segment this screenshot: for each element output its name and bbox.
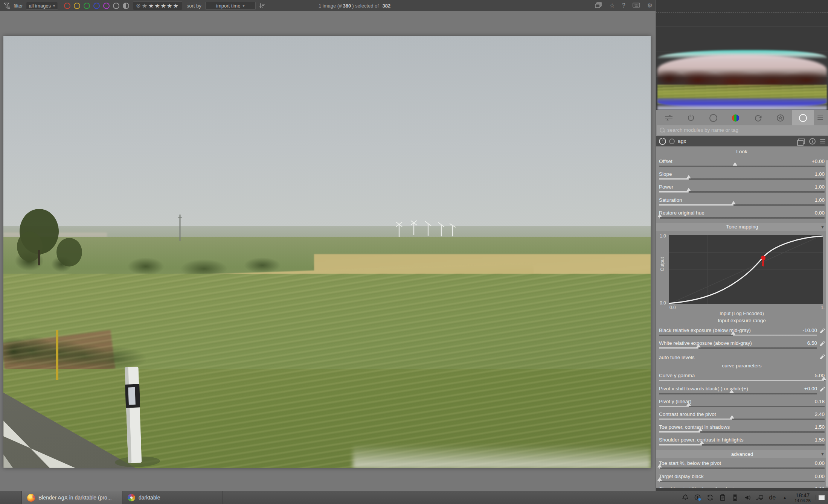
graph-ylabel: Output xyxy=(660,257,665,271)
system-tray: de ▲ 18:47 14.04.25 xyxy=(680,491,828,504)
tone-curve-graph[interactable]: Output 1.0 0.0 0.0 1. Input (Log Encoded… xyxy=(659,233,825,317)
clipboard-icon[interactable] xyxy=(718,494,727,501)
show-desktop-button[interactable] xyxy=(816,495,827,500)
curve-pivot-marker xyxy=(761,256,765,260)
task-darktable[interactable]: darktable xyxy=(122,491,223,504)
chevron-down-icon: ▾ xyxy=(53,4,55,8)
volume-icon[interactable] xyxy=(743,494,752,501)
module-power-icon[interactable] xyxy=(659,138,666,145)
removable-media-icon[interactable] xyxy=(730,494,740,501)
section-curve-parameters: curve parameters xyxy=(659,363,825,370)
slider-slope[interactable]: Slope1.00 xyxy=(659,171,825,180)
waveform-trace xyxy=(657,50,827,110)
color-label-red[interactable] xyxy=(64,3,70,9)
section-advanced[interactable]: advanced ▼ xyxy=(656,450,828,458)
collection-filter-dropdown[interactable]: all images ▾ xyxy=(26,2,58,10)
slider-black-relative-exposure[interactable]: Black relative exposure (below mid-gray)… xyxy=(659,327,825,336)
slider-target-display-black[interactable]: Target display black0.00 xyxy=(659,474,825,482)
darktable-window: filter all images ▾ ⊗ ★ ★★★★★ sort by im… xyxy=(0,0,828,504)
collapse-arrow-icon: ▼ xyxy=(820,225,825,229)
slider-power[interactable]: Power1.00 xyxy=(659,184,825,193)
keyboard-layout-indicator[interactable]: de xyxy=(767,494,777,501)
module-group-tabs xyxy=(656,110,828,125)
right-panel: search modules by name or tag agx Look O… xyxy=(656,0,828,491)
multi-instance-icon[interactable] xyxy=(798,139,805,144)
color-picker-icon[interactable] xyxy=(820,354,825,361)
color-label-blue[interactable] xyxy=(93,3,100,9)
color-picker-icon[interactable] xyxy=(820,328,825,335)
slider-contrast-around-pivot[interactable]: Contrast around the pivot2.40 xyxy=(659,411,825,420)
clock[interactable]: 18:47 14.04.25 xyxy=(792,492,813,503)
sort-direction-icon[interactable] xyxy=(259,3,265,9)
selection-status: 1 image (#380) selected of 382 xyxy=(319,0,390,11)
stars-range[interactable]: ★★★★★ xyxy=(148,2,179,9)
color-picker-icon[interactable] xyxy=(820,386,825,393)
panel-scrollbar[interactable] xyxy=(826,160,828,487)
module-header-agx[interactable]: agx xyxy=(656,136,828,146)
taskbar: Blender AgX in darktable (pro... darktab… xyxy=(0,491,828,504)
slider-toe-start[interactable]: Toe start %, below the pivot0.00 xyxy=(659,460,825,469)
photo-details xyxy=(3,36,651,468)
tab-color-group[interactable] xyxy=(724,110,747,125)
panels-layout-icon[interactable] xyxy=(595,2,602,9)
auto-tune-levels-button[interactable]: auto tune levels xyxy=(659,353,825,361)
color-label-gray[interactable] xyxy=(113,3,119,9)
tab-basic-group[interactable] xyxy=(702,110,724,125)
tab-effects-group[interactable] xyxy=(769,110,791,125)
slider-pivot-x-shift[interactable]: Pivot x shift towards black(-) or white(… xyxy=(659,386,825,394)
color-label-green[interactable] xyxy=(84,3,90,9)
color-label-filters xyxy=(64,3,129,9)
software-update-icon[interactable] xyxy=(693,494,703,501)
clock-date: 14.04.25 xyxy=(794,498,811,503)
slider-offset[interactable]: Offset+0.00 xyxy=(659,158,825,167)
section-tone-mapping[interactable]: Tone mapping ▼ xyxy=(656,223,828,231)
slider-shoulder-power[interactable]: Shoulder power, contrast in highlights1.… xyxy=(659,437,825,446)
sort-dropdown[interactable]: import time ▾ xyxy=(205,2,256,10)
module-title[interactable]: agx xyxy=(678,138,686,144)
taskbar-launcher-area[interactable] xyxy=(0,491,22,504)
chevron-down-icon: ▾ xyxy=(242,4,244,8)
search-placeholder: search modules by name or tag xyxy=(667,127,738,133)
slider-pivot-y-linear[interactable]: Pivot y (linear)0.18 xyxy=(659,399,825,407)
star-zero-icon[interactable]: ★ xyxy=(142,2,147,9)
topbar-right-icons: ☆ ? ⚙ xyxy=(595,0,653,11)
tab-active-modules[interactable] xyxy=(657,110,680,125)
slider-restore-original-hue[interactable]: Restore original hue0.00 xyxy=(659,210,825,219)
module-groups-menu-icon[interactable] xyxy=(814,110,827,125)
top-toolbar: filter all images ▾ ⊗ ★ ★★★★★ sort by im… xyxy=(0,0,656,11)
color-label-toggle-icon[interactable] xyxy=(123,3,129,9)
color-label-purple[interactable] xyxy=(103,3,110,9)
color-label-yellow[interactable] xyxy=(74,3,80,9)
waveform-histogram[interactable] xyxy=(656,0,828,110)
section-look: Look xyxy=(659,149,825,156)
darktable-icon xyxy=(128,494,135,501)
help-icon[interactable]: ? xyxy=(622,3,625,9)
slider-saturation[interactable]: Saturation1.00 xyxy=(659,197,825,206)
slider-white-relative-exposure[interactable]: White relative exposure (above mid-gray)… xyxy=(659,340,825,349)
sync-icon[interactable] xyxy=(705,494,715,501)
slider-curve-y-gamma[interactable]: Curve y gamma5.00 xyxy=(659,373,825,381)
favorite-star-icon[interactable]: ☆ xyxy=(609,3,615,9)
tab-power-group[interactable] xyxy=(680,110,702,125)
presets-menu-icon[interactable] xyxy=(820,139,825,143)
firefox-icon xyxy=(27,494,35,502)
search-icon xyxy=(660,128,665,132)
color-picker-icon[interactable] xyxy=(820,341,825,347)
network-icon[interactable] xyxy=(755,494,765,501)
module-body: Look Offset+0.00 Slope1.00 Power1.00 Sat… xyxy=(656,146,828,491)
notifications-bell-icon[interactable] xyxy=(680,494,690,501)
gear-icon[interactable]: ⚙ xyxy=(647,3,653,9)
slider-toe-power[interactable]: Toe power, contrast in shadows1.50 xyxy=(659,424,825,433)
graph-xlabel: Input (Log Encoded) xyxy=(659,311,825,316)
filter-funnel-icon[interactable] xyxy=(4,3,11,9)
keyboard-shortcuts-icon[interactable] xyxy=(633,3,640,9)
module-search-input[interactable]: search modules by name or tag xyxy=(657,125,828,135)
tab-correct-group[interactable] xyxy=(747,110,769,125)
collapse-arrow-icon: ▼ xyxy=(820,452,825,456)
task-firefox[interactable]: Blender AgX in darktable (pro... xyxy=(22,491,122,504)
tab-selected-group[interactable] xyxy=(792,110,814,125)
reset-parameters-icon[interactable] xyxy=(809,138,816,145)
rating-filter[interactable]: ⊗ ★ ★★★★★ xyxy=(133,2,182,10)
tray-expand-icon[interactable]: ▲ xyxy=(780,495,790,500)
reject-icon[interactable]: ⊗ xyxy=(136,2,141,9)
